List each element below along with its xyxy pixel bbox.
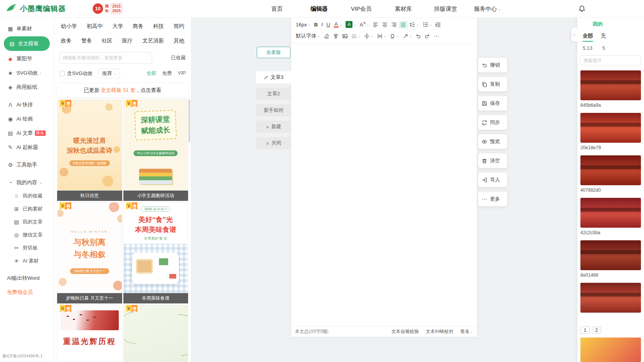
align-left-button[interactable]	[371, 21, 380, 29]
vertical-spacing-button[interactable]: ⌄	[362, 32, 375, 40]
sidebar-item-ai-article[interactable]: ▤Ai 文章限免	[0, 126, 54, 140]
nav-item-2[interactable]: VIP会员	[340, 5, 382, 13]
material-tab-0[interactable]: 全部	[583, 33, 593, 42]
page-button-2[interactable]: 2	[592, 326, 601, 334]
material-thumbnail-partial[interactable]	[580, 338, 641, 362]
sidebar-item-purchased-materials[interactable]: ⊞已购素材	[0, 202, 54, 215]
material-item[interactable]: 42c2c5ba	[580, 198, 641, 235]
sidebar-item-my-articles[interactable]: ▤我的文章	[0, 215, 54, 228]
article-tab-1[interactable]: 文章2	[256, 88, 291, 100]
category-categories_row1-4[interactable]: 科技	[153, 23, 164, 30]
sort-select[interactable]: 推荐 ⌄	[98, 68, 120, 78]
sidebar-item-my-favorites[interactable]: ☆我的收藏	[0, 189, 54, 202]
category-categories_row2-2[interactable]: 社区	[102, 38, 112, 44]
svg-effect-checkbox[interactable]	[59, 71, 65, 76]
material-group-0[interactable]: 5.13	[583, 45, 592, 51]
align-justify-button[interactable]	[399, 21, 408, 29]
ordered-list-button[interactable]: ⌄	[421, 21, 434, 29]
material-item[interactable]	[580, 283, 641, 315]
material-item[interactable]: 20e18e79	[580, 113, 641, 150]
align-center-button[interactable]	[380, 21, 389, 29]
article-tab-2[interactable]: 新手如何	[256, 104, 291, 116]
template-card[interactable]: V商	[123, 305, 188, 362]
divider-button[interactable]: ⌄	[350, 32, 362, 40]
redo-button[interactable]	[423, 32, 432, 40]
template-scrollbar[interactable]	[188, 99, 190, 142]
favorites-link[interactable]: 已收藏	[171, 54, 186, 61]
insert-image-button[interactable]	[341, 32, 349, 40]
old-version-button[interactable]: 去老版	[257, 47, 290, 58]
update-notice[interactable]: 已更新 全文模板 51 套，点击查看	[57, 83, 188, 97]
my-materials-title[interactable]: 我的	[593, 21, 641, 28]
signature-select[interactable]: 签名⌄	[460, 328, 473, 335]
material-tab-1[interactable]: 无	[601, 33, 606, 42]
align-right-button[interactable]	[390, 21, 398, 29]
material-group-1[interactable]: 5	[602, 45, 605, 51]
template-search-box[interactable]	[59, 52, 152, 64]
template-card[interactable]: V商暖光漫过肩深秋也成温柔诗在秋日里寻找那一抹温暖秋日诗意	[57, 99, 122, 201]
category-categories_row2-1[interactable]: 警务	[81, 38, 92, 44]
nav-item-4[interactable]: 排版课堂	[424, 5, 467, 13]
sidebar-item-ai-materials[interactable]: ✳AI 素材	[0, 254, 54, 267]
sidebar-item-wechat-articles[interactable]: ◎微信文章	[0, 228, 54, 241]
category-categories_row2-4[interactable]: 文艺清新	[143, 38, 164, 44]
template-card[interactable]: V商重温光辉历程	[57, 305, 122, 362]
nav-item-5[interactable]: 服务中心⌄	[467, 5, 509, 13]
clear-format-button[interactable]	[322, 32, 331, 40]
sidebar-item-free-vip[interactable]: 免费领会员	[0, 285, 54, 299]
insert-arrow-button[interactable]: ⌄	[401, 32, 414, 40]
svg-effect-label[interactable]: 含SVG动效	[67, 70, 92, 77]
underline-button[interactable]: U	[325, 21, 332, 29]
sidebar-item-ai-title[interactable]: ✎Ai 起标题	[0, 140, 54, 154]
font-family-select[interactable]: 默认字体⌄	[294, 31, 322, 41]
material-item[interactable]: 845b6a9a	[580, 70, 641, 108]
category-categories_row1-5[interactable]: 简约	[174, 23, 184, 30]
material-item[interactable]: 407882d0	[580, 155, 641, 193]
preview-button[interactable]: 预览	[478, 134, 507, 149]
more-actions-button[interactable]: 更多	[478, 192, 507, 206]
sidebar-item-full-templates[interactable]: ▤全文模板	[4, 36, 50, 51]
import-button[interactable]: 导入	[478, 173, 507, 187]
template-card[interactable]: V商-HELLO WINTER-与秋别离与冬相叙岁晚秋已暮 月又至十一岁晚秋已暮…	[57, 202, 122, 303]
letter-spacing-button[interactable]: ⌄	[375, 32, 388, 40]
sidebar-item-ai-to-word[interactable]: AI输出转Word	[0, 271, 54, 285]
format-painter-button[interactable]	[331, 32, 340, 40]
compliance-check-button[interactable]: 文本合规校验	[391, 328, 419, 335]
material-item[interactable]: 8e01466	[580, 240, 641, 278]
proofread-button[interactable]: 文本纠错校对	[426, 328, 453, 335]
special-symbol-button[interactable]: ⌄	[388, 32, 401, 40]
category-categories_row2-5[interactable]: 其他	[174, 38, 184, 44]
article-tab-0[interactable]: 文章3	[256, 71, 291, 83]
sidebar-item-svg-effects[interactable]: ★SVG动效›	[0, 66, 54, 80]
text-background-button[interactable]: A⌄	[344, 20, 358, 29]
category-categories_row2-3[interactable]: 医疗	[122, 38, 133, 44]
bold-button[interactable]: B	[313, 21, 320, 29]
copy-button[interactable]: 复制	[478, 77, 507, 91]
undo-action-button[interactable]: 撤销	[478, 58, 507, 72]
sidebar-item-chongyang-festival[interactable]: ◆重阳节	[0, 52, 54, 66]
category-categories_row1-0[interactable]: 幼小学	[61, 23, 77, 30]
font-size-select[interactable]: 16px⌄	[294, 21, 312, 29]
sync-button[interactable]: 同步	[478, 115, 507, 130]
sidebar-item-clipboard[interactable]: ✂剪切板	[0, 241, 54, 254]
template-card[interactable]: V商深耕课堂赋能成长中心小学10月主题教研活动小学主题教研活动	[123, 99, 188, 201]
sidebar-item-commercial-stickers[interactable]: ◈商用贴纸	[0, 80, 54, 94]
sidebar-item-my-content[interactable]: ◔我的内容⌄	[0, 175, 54, 189]
notification-bell-icon[interactable]	[578, 5, 586, 14]
template-card[interactable]: V商2025.11.3-11.7美好“食”光本周美味食谱乐享美好“食”光本周美味…	[123, 202, 188, 303]
nav-item-1[interactable]: 编辑器	[298, 5, 340, 13]
scope-filter-2[interactable]: VIP	[178, 70, 186, 77]
nav-item-0[interactable]: 首页	[256, 5, 298, 13]
sidebar-item-ai-quick-layout[interactable]: ΛAi 快排	[0, 98, 54, 112]
scope-filter-1[interactable]: 免费	[162, 70, 172, 77]
close-article-button[interactable]: × 关闭	[256, 137, 291, 149]
undo-button[interactable]	[414, 32, 423, 40]
category-categories_row1-2[interactable]: 大学	[112, 23, 123, 30]
template-search-input[interactable]	[63, 55, 149, 60]
more-tools-button[interactable]	[432, 32, 441, 40]
sidebar-item-single-material[interactable]: ▦单素材	[0, 21, 54, 36]
panel-collapse-toggle[interactable]: ›	[571, 28, 577, 41]
category-categories_row2-0[interactable]: 政务	[61, 38, 72, 44]
app-logo[interactable]: 小墨鹰编辑器	[5, 3, 66, 15]
line-height-button[interactable]: ⌄	[408, 21, 421, 29]
